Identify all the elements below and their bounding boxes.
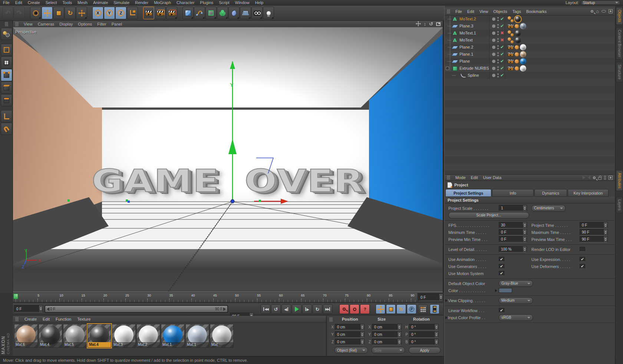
coordinate-value-field[interactable]: 0 cm: [372, 339, 402, 345]
viewport-grip[interactable]: [15, 22, 19, 26]
object-name[interactable]: Extrude NURBS: [459, 66, 489, 70]
render-visibility-dot[interactable]: [497, 20, 499, 21]
object-row[interactable]: -Extrude NURBS✔: [445, 65, 615, 72]
add-panel-icon[interactable]: +: [609, 9, 613, 13]
render-visibility-dot[interactable]: [497, 31, 499, 33]
object-manager-grip[interactable]: [447, 9, 450, 14]
spinner-icon[interactable]: [434, 339, 438, 345]
material-tag-icon[interactable]: [515, 37, 521, 43]
menu-item-window[interactable]: Window: [235, 0, 250, 5]
film-button[interactable]: [430, 304, 439, 314]
spinner-icon[interactable]: [397, 339, 401, 345]
editor-visibility-dot[interactable]: [492, 53, 495, 56]
editor-visibility-dot[interactable]: [492, 74, 495, 77]
apply-button[interactable]: Apply: [409, 347, 441, 354]
render-visibility-dot[interactable]: [497, 38, 499, 40]
search-icon[interactable]: [593, 176, 596, 179]
orbit-icon[interactable]: ↺: [429, 21, 433, 27]
object-name[interactable]: Plane.1: [459, 52, 473, 56]
add-light-button[interactable]: [263, 7, 274, 19]
render-visibility-dot[interactable]: [497, 73, 499, 75]
rotate-button[interactable]: ↻: [65, 7, 76, 19]
material-menu-create[interactable]: Create: [24, 317, 37, 321]
checkbox[interactable]: [580, 247, 585, 252]
history-icon[interactable]: [604, 176, 606, 180]
menu-item-create[interactable]: Create: [28, 0, 40, 5]
spinner-icon[interactable]: [360, 324, 364, 330]
render-visibility-dot[interactable]: [497, 52, 499, 54]
attribute-menu-user-data[interactable]: User Data: [483, 175, 502, 180]
side-tab-structure[interactable]: Structure: [616, 62, 623, 82]
menu-item-character[interactable]: Character: [177, 0, 194, 5]
timeline-ruler[interactable]: 051015202530354045505560657075808590: [13, 293, 417, 302]
value-field[interactable]: 90 F: [580, 236, 608, 242]
add-spline-button[interactable]: [194, 7, 205, 19]
render-visibility-dot[interactable]: [497, 17, 499, 19]
compositing-tag-icon[interactable]: [508, 59, 514, 64]
render-visibility-dot[interactable]: [497, 24, 499, 26]
material-tag-icon[interactable]: [515, 30, 521, 36]
value-field[interactable]: 100 %: [499, 246, 527, 252]
palette-grip[interactable]: [5, 22, 8, 26]
toggle-view-icon[interactable]: [436, 22, 441, 26]
editor-visibility-dot[interactable]: [492, 60, 495, 63]
autokey-button[interactable]: [350, 304, 359, 314]
render-visibility-dot[interactable]: [497, 69, 499, 70]
spinner-icon[interactable]: [603, 229, 607, 235]
side-tab-content-browser[interactable]: Content Browser: [616, 27, 623, 60]
coordinate-value-field[interactable]: 0 cm: [335, 339, 365, 345]
undo-button[interactable]: ↶: [2, 7, 13, 19]
preview-range-slider[interactable]: 0 F 90 F: [44, 305, 228, 313]
tab-key-interpolation[interactable]: Key Interpolation: [568, 189, 609, 197]
pan-icon[interactable]: [416, 21, 421, 27]
render-settings-button[interactable]: [166, 7, 177, 19]
material-thumbnail[interactable]: Mat.1: [161, 324, 185, 348]
object-manager-menu-tags[interactable]: Tags: [512, 9, 521, 14]
object-row[interactable]: Plane✔: [445, 58, 615, 65]
checkbox[interactable]: ✔: [499, 264, 504, 269]
render-visibility-dot[interactable]: [497, 76, 499, 77]
spinner-icon[interactable]: [434, 324, 438, 330]
forward-icon[interactable]: [588, 176, 590, 179]
compositing-tag-icon[interactable]: [508, 45, 514, 50]
enabled-check-icon[interactable]: ✔: [500, 66, 504, 71]
material-thumbnail[interactable]: Mat.3: [112, 324, 136, 348]
add-environment-button[interactable]: [240, 7, 251, 19]
eye-icon[interactable]: [601, 10, 606, 13]
help-button[interactable]: ?: [360, 304, 370, 314]
add-deformer-button[interactable]: [228, 7, 240, 19]
range-left-handle[interactable]: [47, 307, 49, 311]
checkbox[interactable]: ✔: [580, 264, 585, 269]
render-view-button[interactable]: [143, 7, 154, 19]
disabled-cross-icon[interactable]: ✖: [500, 30, 504, 36]
axis-mode-button[interactable]: [1, 110, 12, 122]
enabled-check-icon[interactable]: ✔: [500, 23, 504, 29]
material-menu-edit[interactable]: Edit: [43, 317, 50, 321]
render-visibility-dot[interactable]: [497, 48, 499, 49]
edge-mode-button[interactable]: [1, 82, 12, 94]
viewport-camera-label[interactable]: Perspective: [15, 30, 36, 34]
object-name[interactable]: Spline: [468, 73, 479, 77]
phong-tag-icon[interactable]: [508, 30, 514, 36]
object-manager-menu-edit[interactable]: Edit: [467, 9, 474, 14]
material-menu-function[interactable]: Function: [56, 317, 71, 321]
phong-tag-icon[interactable]: [515, 45, 519, 49]
points-mode-button[interactable]: [1, 69, 12, 81]
render-visibility-dot[interactable]: [497, 62, 499, 63]
object-name[interactable]: MoText.2: [459, 17, 476, 21]
object-row[interactable]: AMoText.2✔: [445, 16, 615, 23]
object-manager-menu-bookmarks[interactable]: Bookmarks: [526, 9, 547, 14]
material-tag-icon[interactable]: [520, 51, 526, 57]
material-tag-icon[interactable]: [520, 23, 526, 29]
spinner-icon[interactable]: [523, 236, 527, 242]
render-visibility-dot[interactable]: [497, 45, 499, 47]
model-mode-button[interactable]: [1, 44, 12, 56]
menu-item-help[interactable]: Help: [255, 0, 264, 5]
attribute-menu-mode[interactable]: Mode: [455, 175, 466, 180]
coordinate-value-field[interactable]: 0 °: [409, 339, 439, 345]
render-visibility-dot[interactable]: [497, 55, 499, 56]
coordinates-grip[interactable]: [329, 317, 333, 322]
tab-project-settings[interactable]: Project Settings: [445, 189, 491, 197]
object-manager-menu-objects[interactable]: Objects: [493, 9, 507, 14]
checkbox[interactable]: ✔: [499, 308, 504, 313]
